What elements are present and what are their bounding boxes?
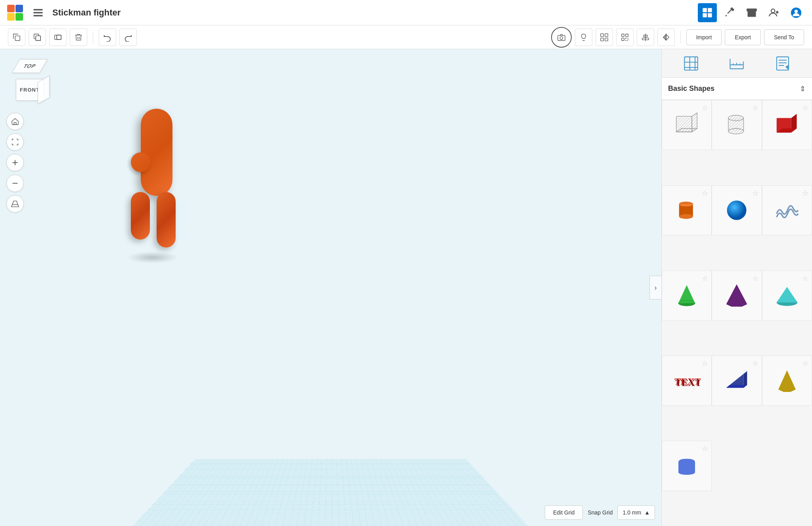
ungroup-button[interactable] <box>616 29 634 46</box>
notes-panel-button[interactable] <box>771 52 795 75</box>
star-icon[interactable]: ☆ <box>752 359 758 368</box>
leg-right-shape <box>157 192 176 248</box>
snap-grid-select[interactable]: 1.0 mm ▲ <box>617 505 655 520</box>
svg-rect-25 <box>605 38 608 40</box>
svg-point-10 <box>771 9 775 12</box>
star-icon[interactable]: ☆ <box>802 189 808 198</box>
star-icon[interactable]: ☆ <box>802 274 808 283</box>
delete-button[interactable] <box>70 29 87 46</box>
svg-rect-27 <box>626 34 628 36</box>
fit-button[interactable] <box>6 133 24 151</box>
star-icon[interactable]: ☆ <box>802 104 808 112</box>
project-title: Stickman fighter <box>52 8 693 18</box>
hammer-button[interactable] <box>720 3 739 22</box>
ruler-panel-button[interactable] <box>725 52 749 75</box>
svg-rect-15 <box>36 36 40 40</box>
edit-grid-button[interactable]: Edit Grid <box>545 505 583 520</box>
bulb-button[interactable] <box>575 29 592 46</box>
shape-triangle-pyramid[interactable]: ☆ <box>762 355 812 405</box>
svg-rect-5 <box>703 13 707 17</box>
svg-rect-39 <box>684 57 697 70</box>
svg-rect-18 <box>57 35 61 39</box>
profile-button[interactable] <box>787 3 806 22</box>
redo-button[interactable] <box>119 29 137 46</box>
shapes-dropdown-label: Basic Shapes <box>668 84 714 93</box>
shape-cylinder[interactable]: ☆ <box>662 185 712 235</box>
grid-panel-button[interactable] <box>679 52 703 75</box>
shape-extra-1[interactable]: ☆ <box>662 441 712 491</box>
svg-marker-78 <box>777 287 798 302</box>
add-user-button[interactable] <box>764 3 783 22</box>
duplicate-button[interactable] <box>49 29 67 46</box>
shape-roof[interactable]: ☆ <box>762 271 812 321</box>
align-button[interactable] <box>637 29 654 46</box>
shape-pyramid-purple[interactable]: ☆ <box>712 271 762 321</box>
shapes-dropdown[interactable]: Basic Shapes ⇕ <box>662 78 812 100</box>
shape-hole-box[interactable]: ☆ <box>662 100 712 150</box>
shape-sphere[interactable]: ☆ <box>712 185 762 235</box>
svg-marker-83 <box>726 385 747 388</box>
3d-model <box>119 109 198 267</box>
shape-wedge[interactable]: ☆ <box>712 355 762 405</box>
shape-squiggle[interactable]: ☆ <box>762 185 812 235</box>
cube-nav[interactable]: TOP FRONT <box>8 57 52 101</box>
snap-grid-label: Snap Grid <box>588 509 613 516</box>
svg-rect-4 <box>708 8 712 12</box>
svg-marker-76 <box>726 284 747 307</box>
shape-cone[interactable]: ☆ <box>662 271 712 321</box>
svg-rect-3 <box>703 8 707 12</box>
viewport[interactable]: TOP FRONT <box>0 49 661 526</box>
copy-button[interactable] <box>8 29 25 46</box>
panel-toggle-button[interactable]: › <box>649 276 661 299</box>
svg-marker-33 <box>663 34 666 40</box>
undo-button[interactable] <box>99 29 116 46</box>
mirror-button[interactable] <box>657 29 675 46</box>
star-icon[interactable]: ☆ <box>752 274 758 283</box>
cube-top-face[interactable]: TOP <box>12 59 48 73</box>
svg-marker-54 <box>785 65 789 70</box>
shapes-dropdown-arrow: ⇕ <box>800 84 806 93</box>
toolbar-separator-2 <box>680 31 681 43</box>
svg-point-64 <box>728 129 744 134</box>
shape-box[interactable]: ☆ <box>762 100 812 150</box>
home-button[interactable] <box>6 113 24 130</box>
group-button[interactable] <box>596 29 613 46</box>
shape-text3d[interactable]: ☆ TEXT TEXT <box>662 355 712 405</box>
star-icon[interactable]: ☆ <box>702 104 708 112</box>
tinkercad-logo <box>6 4 24 21</box>
toolbar-separator-1 <box>93 31 93 43</box>
camera-button[interactable] <box>551 27 572 48</box>
star-icon[interactable]: ☆ <box>702 359 708 368</box>
star-icon[interactable]: ☆ <box>702 444 708 453</box>
grid-view-button[interactable] <box>698 3 717 22</box>
left-controls <box>6 113 24 213</box>
right-panel: Basic Shapes ⇕ ☆ <box>661 49 812 526</box>
box-button[interactable] <box>742 3 761 22</box>
export-button[interactable]: Export <box>725 29 760 45</box>
svg-rect-20 <box>558 35 565 40</box>
zoom-out-button[interactable] <box>6 175 24 192</box>
svg-rect-2 <box>33 15 42 16</box>
star-icon[interactable]: ☆ <box>752 189 758 198</box>
star-icon[interactable]: ☆ <box>752 104 758 112</box>
star-icon[interactable]: ☆ <box>702 189 708 198</box>
perspective-button[interactable] <box>6 195 24 213</box>
paste-button[interactable] <box>29 29 46 46</box>
star-icon[interactable]: ☆ <box>802 359 808 368</box>
svg-marker-34 <box>666 34 669 40</box>
send-to-button[interactable]: Send To <box>764 29 804 45</box>
menu-button[interactable] <box>29 3 48 22</box>
svg-rect-1 <box>33 12 42 13</box>
torso-shape <box>141 109 172 196</box>
svg-rect-9 <box>747 8 757 11</box>
zoom-in-button[interactable] <box>6 154 24 171</box>
star-icon[interactable]: ☆ <box>702 274 708 283</box>
svg-rect-22 <box>601 33 603 36</box>
import-button[interactable]: Import <box>686 29 722 45</box>
svg-rect-26 <box>621 34 624 36</box>
shape-hole-cylinder[interactable]: ☆ <box>712 100 762 150</box>
svg-rect-0 <box>33 9 42 10</box>
stickman-model <box>119 109 198 267</box>
svg-point-21 <box>560 36 563 39</box>
svg-rect-28 <box>621 38 624 40</box>
